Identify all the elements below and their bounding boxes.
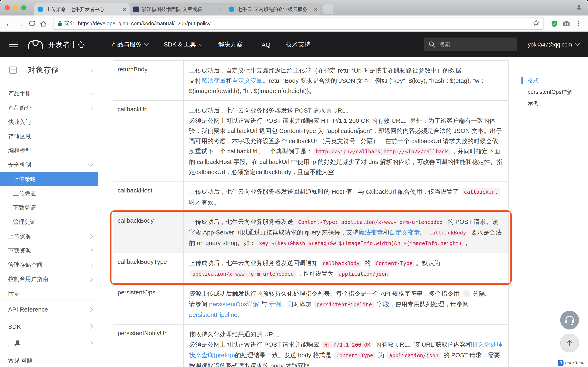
sidebar-item-download-resource[interactable]: 下载资源 [0, 243, 98, 258]
nav-item-products-services[interactable]: 产品与服务 [111, 41, 148, 48]
doc-link[interactable]: 自定义变量 [389, 229, 420, 236]
toc-item-example[interactable]: 示例 [521, 98, 588, 109]
sidebar-item-console-guide[interactable]: 控制台用户指南 [0, 272, 98, 286]
sidebar-item-upload-resource[interactable]: 上传资源 [0, 229, 98, 243]
sidebar-item-upload-policy[interactable]: 上传策略 [0, 172, 98, 186]
reload-button[interactable] [26, 20, 38, 27]
minimize-window-button[interactable] [13, 5, 18, 10]
sidebar-item-manage-bucket[interactable]: 管理存储空间 [0, 258, 98, 272]
code-inline: Content-Type [334, 352, 375, 359]
new-tab-button[interactable] [323, 4, 333, 14]
address-bar[interactable]: 安全 https://developer.qiniu.com/kodo/manu… [53, 17, 544, 30]
sidebar-item-common-questions[interactable]: 常见问题 [0, 352, 98, 367]
sidebar-item-api-reference[interactable]: API Reference [0, 300, 98, 318]
nav-item-sdk-tools[interactable]: SDK & 工具 [164, 41, 203, 48]
field-description: 上传成功后，七牛云向业务服务器发送回调通知 callbackBody 的 Con… [184, 253, 508, 284]
table-row-persistentOps: persistentOps资源上传成功后触发执行的预转持久化处理指令列表。每个指… [113, 284, 508, 325]
code-inline: HTTP/1.1 200 OK [322, 341, 372, 348]
sidebar-item-label: 快速入门 [8, 118, 92, 126]
toc-item-format[interactable]: 格式 [521, 75, 588, 86]
sidebar-item-label: 安全机制 [8, 161, 89, 169]
doc-text: 和 [383, 229, 389, 236]
chevron-right-icon [88, 341, 93, 346]
sidebar-item-programming-model[interactable]: 编程模型 [0, 143, 98, 158]
doc-text: 与 [259, 300, 269, 308]
browser-menu-icon[interactable] [572, 20, 585, 27]
doc-text: 。 [237, 311, 243, 318]
doc-link[interactable]: 自定义变量 [232, 77, 263, 84]
account-menu[interactable]: yokka47@qq.com [528, 42, 579, 48]
doc-link[interactable]: 示例 [269, 300, 281, 308]
sidebar-item-quick-start[interactable]: 快速入门 [0, 115, 98, 129]
field-description: 接收持久化处理结果通知的 URL。必须是公网上可以正常进行 POST 请求并能响… [184, 325, 508, 367]
back-button[interactable]: ← [3, 20, 15, 27]
bookmark-star-icon[interactable] [533, 19, 539, 27]
required-cell [171, 253, 184, 284]
chevron-right-icon [88, 263, 93, 267]
doc-text: 字段，使用专用队列处理，请参阅 [375, 300, 468, 308]
search-input[interactable] [424, 38, 517, 51]
watermark-badge: J [558, 360, 563, 366]
sidebar-item-management-token[interactable]: 管理凭证 [0, 215, 98, 229]
sidebar-item-appendix[interactable]: 附录 [0, 286, 98, 300]
sidebar-item-product-manual[interactable]: 产品手册 [0, 86, 98, 101]
sidebar-item-sdk[interactable]: SDK [0, 318, 98, 335]
nav-item-label: FAQ [258, 41, 270, 48]
nav-item-solutions[interactable]: 解决方案 [218, 41, 242, 48]
tab-qiniu-home[interactable]: 七牛云-国内领先的企业级云服务× [225, 3, 321, 16]
tab-upload-policy[interactable]: 上传策略 - 七牛开发者中心× [34, 3, 130, 16]
sidebar-item-label: 上传凭证 [13, 190, 92, 197]
doc-link[interactable]: persistentOps详解 [209, 300, 259, 308]
doc-link[interactable]: 魔法变量 [359, 229, 383, 236]
site-search [424, 38, 517, 51]
description-paragraph: 上传成功后，七牛云向业务服务器发送回调通知 callbackBody 的 Con… [189, 258, 503, 279]
camera-extension-icon[interactable] [560, 20, 572, 27]
tab-close-icon[interactable]: × [314, 7, 317, 12]
sidebar-item-product-intro[interactable]: 产品简介 [0, 101, 98, 115]
sidebar-item-download-token[interactable]: 下载凭证 [0, 201, 98, 215]
sidebar-item-storage-region[interactable]: 存储区域 [0, 129, 98, 143]
description-paragraph: 上传成功后，七牛云向业务服务器发送 Content-Type: applicat… [189, 217, 503, 248]
field-description: 上传成功后，自定义七牛云最终返回给上传端（在指定 returnUrl 时是携带在… [184, 61, 508, 100]
sidebar-product-header[interactable]: 对象存储 [0, 57, 98, 83]
nav-item-faq[interactable]: FAQ [258, 41, 270, 48]
tab-title: 七牛云-国内领先的企业级云服务 [237, 6, 311, 13]
put-policy-table: returnBody上传成功后，自定义七牛云最终返回给上传端（在指定 retur… [113, 60, 509, 367]
sidebar-item-label: 下载凭证 [13, 204, 92, 211]
nav-item-tech-support[interactable]: 技术支持 [286, 41, 310, 48]
tab-close-icon[interactable]: × [218, 7, 222, 12]
sidebar-item-tools[interactable]: 工具 [0, 335, 98, 352]
required-cell [171, 325, 184, 367]
table-row-persistentNotifyUrl: persistentNotifyUrl接收持久化处理结果通知的 URL。必须是公… [113, 325, 508, 367]
hamburger-menu-icon[interactable] [9, 42, 18, 47]
chevron-right-icon [88, 106, 93, 110]
chevron-right-icon [88, 68, 93, 72]
toc-item-persistentops-detail[interactable]: persistentOps详解 [521, 86, 588, 98]
site-logo[interactable]: 开发者中心 [27, 38, 85, 50]
doc-link[interactable]: 魔法变量 [201, 77, 226, 84]
security-badge[interactable]: 安全 [58, 20, 74, 27]
doc-link[interactable]: persistentPipeline [189, 311, 237, 318]
sidebar-item-label: 常见问题 [8, 357, 92, 365]
sidebar-item-label: 编程模型 [8, 147, 92, 154]
tab-close-icon[interactable]: × [123, 7, 126, 12]
close-window-button[interactable] [5, 5, 10, 10]
forward-button[interactable]: → [15, 20, 26, 27]
shield-extension-icon[interactable] [548, 20, 560, 27]
site-navbar: 开发者中心 产品与服务SDK & 工具解决方案FAQ技术支持 yokka47@q… [0, 32, 588, 57]
sidebar-item-upload-token[interactable]: 上传凭证 [0, 186, 98, 201]
sidebar-product-title: 对象存储 [28, 65, 89, 75]
profile-icon[interactable] [576, 4, 582, 12]
home-button[interactable] [38, 20, 49, 27]
browser-window: 上传策略 - 七牛开发者中心×浙江椒图技术团队-文章编辑×七牛云-国内领先的企业… [0, 0, 588, 367]
table-row-callbackBody: callbackBody上传成功后，七牛云向业务服务器发送 Content-Ty… [113, 212, 508, 253]
support-button[interactable] [560, 311, 579, 329]
code-inline: ; [462, 290, 470, 297]
sidebar-item-security-mechanism[interactable]: 安全机制 [0, 158, 98, 172]
required-cell [171, 284, 184, 324]
tab-jiaotu-editor[interactable]: 浙江椒图技术团队-文章编辑× [130, 3, 225, 16]
zoom-window-button[interactable] [21, 5, 26, 10]
nav-item-label: SDK & 工具 [164, 41, 196, 48]
chevron-right-icon [88, 277, 93, 282]
back-to-top-button[interactable] [560, 334, 579, 352]
